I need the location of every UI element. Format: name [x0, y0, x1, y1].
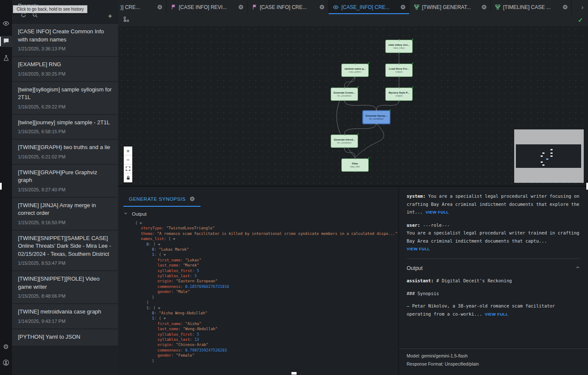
system-message: system: You are a specialist legal proce… [407, 192, 580, 217]
user-message: user: ---role--- You are a specialist le… [407, 221, 580, 253]
flow-node-4[interactable]: Mystery Style P...snippet✓ [385, 88, 413, 101]
eye-rail-button[interactable] [0, 19, 12, 30]
close-icon[interactable] [562, 4, 568, 10]
add-prompt-button[interactable]: + [108, 12, 112, 20]
editor-tab-1[interactable]: [CASE INFO] REVI... [166, 0, 247, 14]
prompt-list-item[interactable]: [TWINE][GRAPH} two truths and a lie1/16/… [12, 140, 118, 164]
node-success-check-icon: ✓ [388, 108, 391, 113]
prompt-list-item[interactable]: [twine][syllogism] sample syllogism for … [12, 82, 118, 114]
prompt-list-item[interactable]: [EXAMPLE] RNG1/16/2025, 8:30:25 PM [12, 57, 118, 81]
view-full-link[interactable]: VIEW FULL [407, 246, 430, 251]
flow-node-7[interactable]: Filterstate_filter✓ [341, 158, 369, 172]
tab-bar: )] CRE...[CASE INFO] REVI...[CASE INFO] … [118, 0, 588, 14]
json-line: gender: "Male" [135, 289, 399, 294]
account-button[interactable] [0, 358, 12, 369]
detail-output-header[interactable]: Output [407, 259, 580, 277]
node-subtitle: snippet [396, 70, 402, 73]
prompt-list-item[interactable]: [twine][journey] simple sample - 2T1L1/1… [12, 115, 118, 139]
tab-label: [CASE INFO] REVI... [179, 4, 236, 10]
lock-button[interactable] [124, 173, 132, 182]
minimap-node-dot [542, 164, 544, 166]
node-success-check-icon: ✓ [410, 85, 414, 90]
json-token: "Aisha" [185, 322, 201, 326]
prompt-list-item[interactable]: [CASE INFO] Create Common Info with rand… [12, 24, 118, 56]
flow-node-5[interactable]: Generate Synop...llm_completion✓ [363, 111, 390, 124]
editor-tab-2[interactable]: [CASE INFO] CRE... [247, 0, 329, 14]
prompt-list-item[interactable]: [TWINE][GRAPH]Pure Graphviz graph1/15/20… [12, 165, 118, 197]
splitter-handle-bottom[interactable] [291, 372, 297, 375]
zoom-out-button[interactable]: − [124, 155, 132, 164]
json-token: 5 [197, 332, 199, 337]
flow-node-1[interactable]: random name g...exec_python✓ [341, 64, 369, 77]
view-full-link[interactable]: VIEW FULL [485, 312, 508, 316]
close-icon[interactable] [189, 196, 195, 202]
collapse-caret-icon[interactable] [173, 238, 175, 240]
editor-tab-4[interactable]: [TWINE] GENERAT... [410, 0, 491, 14]
json-token: "Chinese-Arab" [176, 343, 208, 347]
splitter-handle-right[interactable] [586, 183, 588, 190]
minimap-viewport [516, 144, 581, 168]
flow-edge [344, 123, 376, 134]
flask-icon [3, 55, 9, 63]
json-line: last_name: "Marek" [135, 263, 399, 268]
editor-tab-5[interactable]: [TIMELINE] CASE ... [491, 0, 572, 14]
node-title: Generate Synop... [365, 114, 387, 117]
flow-node-3[interactable]: Generate Comm...llm_completion✓ [331, 88, 358, 101]
json-line: origin: "Chinese-Arab" [135, 342, 399, 347]
json-line: 1: { [135, 316, 399, 321]
prompt-list-item[interactable]: [TWINE][SNIPPET][SAMPLE CASE] Online Thr… [12, 231, 118, 271]
output-tab-generate-synopsis[interactable]: GENERATE SYNOPSIS [123, 192, 201, 207]
json-token: "Marek" [183, 263, 199, 267]
json-token: syllables_last [157, 274, 190, 278]
node-title: Mystery Style P... [389, 91, 410, 94]
minimap[interactable] [514, 129, 584, 183]
flow-node-0[interactable]: state mikey stor...state_mikey✓ [385, 40, 413, 53]
json-line: names_list: [ [135, 236, 399, 241]
json-token: first_name [157, 258, 180, 262]
auto-layout-icon[interactable] [123, 16, 129, 24]
minimap-node-dot [546, 158, 548, 160]
canvas-toolbar: ✓ [118, 14, 588, 26]
node-title: Load Story For... [389, 67, 409, 70]
prompt-list-item[interactable]: [TWINE] [JINJA] Array merge in correct o… [12, 198, 118, 230]
zoom-in-button[interactable]: + [124, 146, 132, 155]
flow-node-6[interactable]: Generate Introd...llm_completion✓ [331, 135, 358, 148]
minimap-node-dot [541, 161, 543, 163]
node-subtitle: llm_completion [369, 117, 383, 120]
collapse-caret-icon[interactable] [163, 318, 166, 319]
flow-edge [344, 100, 376, 110]
collapse-caret-icon[interactable] [158, 244, 160, 246]
prompt-list-item[interactable]: [TWINE][SNIPPET][ROLE] Video game writer… [12, 271, 118, 303]
prompt-list-item[interactable]: [TWINE] metroidvania case graph1/14/2025… [12, 304, 118, 328]
json-token: : [154, 316, 159, 320]
close-icon[interactable] [400, 4, 406, 10]
node-subtitle: state_mikey [393, 47, 405, 49]
tab-scroll-right-button[interactable]: › [577, 0, 588, 14]
flow-node-2[interactable]: Load Story For...snippet✓ [385, 64, 413, 77]
flask-rail-button[interactable] [0, 53, 12, 64]
node-title: Generate Introd... [334, 138, 355, 141]
fit-view-button[interactable] [124, 164, 132, 173]
editor-tab-0[interactable]: )] CRE... [118, 0, 166, 14]
assistant-label: assistant: [407, 278, 434, 283]
close-icon[interactable] [481, 4, 487, 10]
close-icon[interactable] [157, 4, 163, 10]
close-icon[interactable] [319, 4, 325, 10]
minimap-node-dot [542, 152, 544, 154]
splitter-handle-left[interactable] [0, 183, 2, 190]
prompts-panel: Prompts + [CASE INFO] Create Common Info… [12, 0, 118, 375]
prompts-rail-button[interactable] [0, 36, 12, 47]
settings-button[interactable]: ⚙ [0, 341, 12, 352]
collapse-caret-icon[interactable] [158, 308, 160, 309]
json-token: ] [146, 300, 148, 305]
flow-canvas[interactable]: state mikey stor...state_mikey✓random na… [118, 26, 588, 186]
view-full-link[interactable]: VIEW FULL [425, 210, 449, 214]
collapse-caret-icon[interactable] [163, 254, 166, 256]
output-section-toggle[interactable]: Output [123, 211, 399, 217]
close-icon[interactable] [238, 4, 244, 10]
prompt-list-item[interactable]: [PYTHON] Yaml to JSON [12, 329, 118, 346]
node-output-panel: GENERATE SYNOPSIS Output {storyType: "Tw… [118, 187, 399, 375]
editor-tab-3[interactable]: [CASE_INFO] CRE... [329, 0, 410, 14]
fork-icon [495, 4, 501, 10]
collapse-caret-icon[interactable] [140, 223, 142, 224]
